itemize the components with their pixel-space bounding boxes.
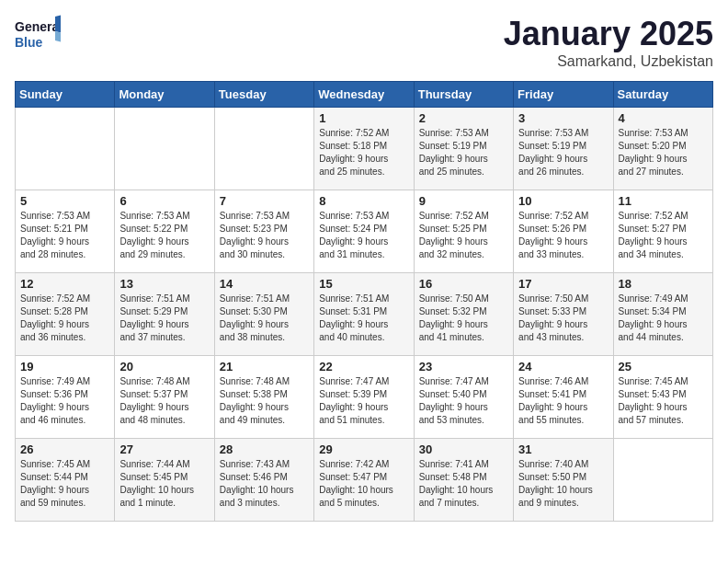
cell-info: Sunrise: 7:41 AM Sunset: 5:48 PM Dayligh… <box>419 458 508 510</box>
day-number: 6 <box>119 194 209 208</box>
calendar-cell: 23Sunrise: 7:47 AM Sunset: 5:40 PM Dayli… <box>414 356 513 439</box>
day-number: 14 <box>220 277 309 291</box>
weekday-header-tuesday: Tuesday <box>214 82 313 108</box>
calendar-cell: 19Sunrise: 7:49 AM Sunset: 5:36 PM Dayli… <box>16 356 115 439</box>
calendar-cell <box>613 439 712 522</box>
day-number: 13 <box>119 277 209 291</box>
day-number: 19 <box>20 360 109 373</box>
calendar-cell: 22Sunrise: 7:47 AM Sunset: 5:39 PM Dayli… <box>314 356 414 439</box>
cell-info: Sunrise: 7:52 AM Sunset: 5:27 PM Dayligh… <box>619 210 708 261</box>
cell-info: Sunrise: 7:53 AM Sunset: 5:19 PM Dayligh… <box>518 127 608 178</box>
cell-info: Sunrise: 7:44 AM Sunset: 5:45 PM Dayligh… <box>119 458 209 510</box>
cell-info: Sunrise: 7:48 AM Sunset: 5:37 PM Dayligh… <box>119 375 209 427</box>
day-number: 17 <box>518 277 608 291</box>
calendar-cell <box>115 108 214 190</box>
month-title: January 2025 <box>504 15 713 53</box>
day-number: 15 <box>319 277 408 291</box>
cell-info: Sunrise: 7:40 AM Sunset: 5:50 PM Dayligh… <box>518 458 608 510</box>
day-number: 27 <box>119 442 209 456</box>
weekday-header-sunday: Sunday <box>16 82 115 108</box>
calendar-cell: 17Sunrise: 7:50 AM Sunset: 5:33 PM Dayli… <box>514 273 613 356</box>
logo-icon: General Blue <box>15 15 61 55</box>
calendar-cell: 30Sunrise: 7:41 AM Sunset: 5:48 PM Dayli… <box>414 439 513 522</box>
calendar-cell: 3Sunrise: 7:53 AM Sunset: 5:19 PM Daylig… <box>514 108 613 190</box>
cell-info: Sunrise: 7:52 AM Sunset: 5:25 PM Dayligh… <box>419 210 508 261</box>
cell-info: Sunrise: 7:50 AM Sunset: 5:33 PM Dayligh… <box>518 293 608 344</box>
calendar-cell: 10Sunrise: 7:52 AM Sunset: 5:26 PM Dayli… <box>514 190 613 273</box>
day-number: 21 <box>220 360 309 373</box>
calendar-cell: 6Sunrise: 7:53 AM Sunset: 5:22 PM Daylig… <box>115 190 214 273</box>
cell-info: Sunrise: 7:53 AM Sunset: 5:23 PM Dayligh… <box>220 210 309 261</box>
calendar-cell: 18Sunrise: 7:49 AM Sunset: 5:34 PM Dayli… <box>613 273 712 356</box>
day-number: 5 <box>20 194 109 208</box>
cell-info: Sunrise: 7:43 AM Sunset: 5:46 PM Dayligh… <box>220 458 309 510</box>
calendar-cell: 14Sunrise: 7:51 AM Sunset: 5:30 PM Dayli… <box>214 273 313 356</box>
svg-text:General: General <box>15 19 61 34</box>
cell-info: Sunrise: 7:53 AM Sunset: 5:20 PM Dayligh… <box>619 127 708 178</box>
cell-info: Sunrise: 7:53 AM Sunset: 5:22 PM Dayligh… <box>119 210 209 261</box>
day-number: 20 <box>119 360 209 373</box>
svg-marker-2 <box>55 15 61 33</box>
day-number: 10 <box>518 194 608 208</box>
day-number: 26 <box>20 442 109 456</box>
day-number: 3 <box>518 111 608 125</box>
calendar-cell: 1Sunrise: 7:52 AM Sunset: 5:18 PM Daylig… <box>314 108 414 190</box>
day-number: 1 <box>319 111 408 125</box>
day-number: 18 <box>619 277 708 291</box>
calendar-cell: 25Sunrise: 7:45 AM Sunset: 5:43 PM Dayli… <box>613 356 712 439</box>
calendar-cell: 11Sunrise: 7:52 AM Sunset: 5:27 PM Dayli… <box>613 190 712 273</box>
calendar-cell: 15Sunrise: 7:51 AM Sunset: 5:31 PM Dayli… <box>314 273 414 356</box>
day-number: 31 <box>518 442 608 456</box>
logo: General Blue <box>15 15 61 55</box>
cell-info: Sunrise: 7:47 AM Sunset: 5:39 PM Dayligh… <box>319 375 408 427</box>
day-number: 7 <box>220 194 309 208</box>
cell-info: Sunrise: 7:52 AM Sunset: 5:26 PM Dayligh… <box>518 210 608 261</box>
title-area: January 2025 Samarkand, Uzbekistan <box>504 15 713 70</box>
cell-info: Sunrise: 7:52 AM Sunset: 5:18 PM Dayligh… <box>319 127 408 178</box>
cell-info: Sunrise: 7:42 AM Sunset: 5:47 PM Dayligh… <box>319 458 408 510</box>
calendar-cell: 28Sunrise: 7:43 AM Sunset: 5:46 PM Dayli… <box>214 439 313 522</box>
cell-info: Sunrise: 7:47 AM Sunset: 5:40 PM Dayligh… <box>419 375 508 427</box>
calendar-cell: 13Sunrise: 7:51 AM Sunset: 5:29 PM Dayli… <box>115 273 214 356</box>
calendar-cell <box>214 108 313 190</box>
day-number: 30 <box>419 442 508 456</box>
svg-text:Blue: Blue <box>15 35 43 50</box>
header: General Blue January 2025 Samarkand, Uzb… <box>15 15 713 70</box>
calendar-cell: 5Sunrise: 7:53 AM Sunset: 5:21 PM Daylig… <box>16 190 115 273</box>
calendar-cell: 12Sunrise: 7:52 AM Sunset: 5:28 PM Dayli… <box>16 273 115 356</box>
calendar-cell: 2Sunrise: 7:53 AM Sunset: 5:19 PM Daylig… <box>414 108 513 190</box>
calendar-cell: 24Sunrise: 7:46 AM Sunset: 5:41 PM Dayli… <box>514 356 613 439</box>
calendar-cell: 8Sunrise: 7:53 AM Sunset: 5:24 PM Daylig… <box>314 190 414 273</box>
day-number: 23 <box>419 360 508 373</box>
cell-info: Sunrise: 7:53 AM Sunset: 5:21 PM Dayligh… <box>20 210 109 261</box>
day-number: 12 <box>20 277 109 291</box>
calendar-cell: 4Sunrise: 7:53 AM Sunset: 5:20 PM Daylig… <box>613 108 712 190</box>
location: Samarkand, Uzbekistan <box>504 53 713 70</box>
weekday-header-saturday: Saturday <box>613 82 712 108</box>
svg-marker-3 <box>55 31 61 42</box>
cell-info: Sunrise: 7:51 AM Sunset: 5:29 PM Dayligh… <box>119 293 209 344</box>
calendar-cell: 20Sunrise: 7:48 AM Sunset: 5:37 PM Dayli… <box>115 356 214 439</box>
cell-info: Sunrise: 7:48 AM Sunset: 5:38 PM Dayligh… <box>220 375 309 427</box>
calendar-cell: 31Sunrise: 7:40 AM Sunset: 5:50 PM Dayli… <box>514 439 613 522</box>
cell-info: Sunrise: 7:53 AM Sunset: 5:24 PM Dayligh… <box>319 210 408 261</box>
cell-info: Sunrise: 7:51 AM Sunset: 5:30 PM Dayligh… <box>220 293 309 344</box>
cell-info: Sunrise: 7:45 AM Sunset: 5:44 PM Dayligh… <box>20 458 109 510</box>
day-number: 22 <box>319 360 408 373</box>
day-number: 8 <box>319 194 408 208</box>
day-number: 25 <box>619 360 708 373</box>
calendar-cell: 29Sunrise: 7:42 AM Sunset: 5:47 PM Dayli… <box>314 439 414 522</box>
day-number: 4 <box>619 111 708 125</box>
day-number: 24 <box>518 360 608 373</box>
weekday-header-monday: Monday <box>115 82 214 108</box>
calendar-cell: 7Sunrise: 7:53 AM Sunset: 5:23 PM Daylig… <box>214 190 313 273</box>
day-number: 9 <box>419 194 508 208</box>
cell-info: Sunrise: 7:49 AM Sunset: 5:34 PM Dayligh… <box>619 293 708 344</box>
day-number: 2 <box>419 111 508 125</box>
day-number: 28 <box>220 442 309 456</box>
cell-info: Sunrise: 7:45 AM Sunset: 5:43 PM Dayligh… <box>619 375 708 427</box>
weekday-header-thursday: Thursday <box>414 82 513 108</box>
day-number: 29 <box>319 442 408 456</box>
cell-info: Sunrise: 7:46 AM Sunset: 5:41 PM Dayligh… <box>518 375 608 427</box>
calendar-table: SundayMondayTuesdayWednesdayThursdayFrid… <box>15 81 713 522</box>
